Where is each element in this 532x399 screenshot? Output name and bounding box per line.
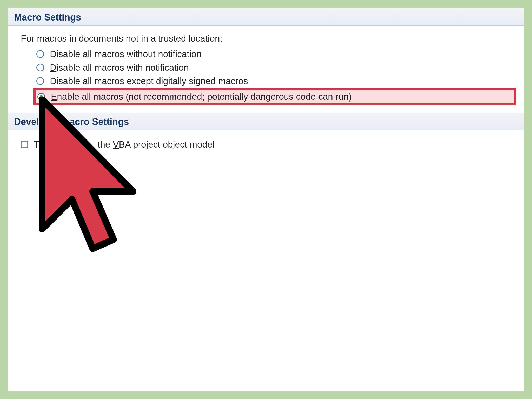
macro-settings-title: Macro Settings	[14, 12, 81, 23]
radio-icon-selected[interactable]	[37, 93, 45, 101]
radio-icon	[36, 64, 44, 71]
radio-label: Disable all macros without notification	[50, 49, 202, 59]
checkbox-label: Trust access to the VBA project object m…	[34, 139, 214, 150]
radio-disable-with-notification[interactable]: Disable all macros with notification	[21, 61, 516, 74]
radio-icon	[36, 50, 44, 58]
developer-header-post: acro Settings	[70, 116, 129, 127]
developer-header-pre: Devel	[14, 116, 39, 127]
radio-label: Disable all macros with notification	[50, 62, 189, 73]
macro-settings-header: Macro Settings	[8, 8, 524, 26]
radio-icon	[36, 77, 44, 85]
developer-settings-body: Trust access to the VBA project object m…	[8, 130, 524, 158]
developer-macro-settings-header: Developer Macro Settings	[8, 113, 524, 130]
radio-disable-except-signed[interactable]: Disable all macros except digitally sign…	[21, 74, 516, 88]
radio-disable-without-notification[interactable]: Disable all macros without notification	[21, 47, 516, 61]
highlight-enable-all-macros: Enable all macros (not recommended; pote…	[33, 88, 516, 105]
outer-frame: Macro Settings For macros in documents n…	[0, 0, 532, 399]
radio-label[interactable]: Enable all macros (not recommended; pote…	[51, 91, 352, 102]
macro-settings-body: For macros in documents not in a trusted…	[8, 26, 524, 113]
settings-panel: Macro Settings For macros in documents n…	[8, 8, 524, 391]
checkbox-trust-vba-access[interactable]: Trust access to the VBA project object m…	[21, 138, 516, 151]
checkbox-icon	[21, 141, 28, 148]
macro-intro-text: For macros in documents not in a trusted…	[21, 33, 516, 44]
radio-label: Disable all macros except digitally sign…	[50, 76, 248, 86]
